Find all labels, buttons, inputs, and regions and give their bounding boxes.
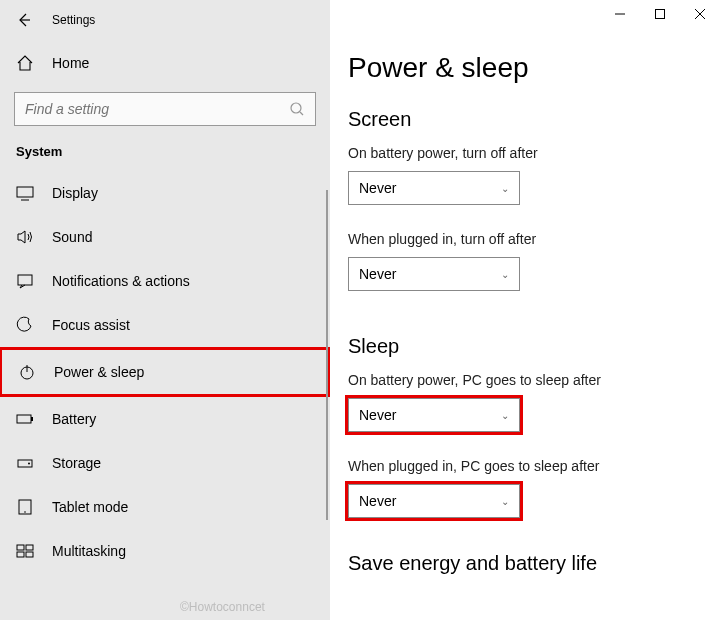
battery-icon xyxy=(16,410,34,428)
svg-line-2 xyxy=(300,112,303,115)
home-icon xyxy=(16,54,34,72)
sidebar-item-label: Notifications & actions xyxy=(52,273,190,289)
svg-point-11 xyxy=(28,463,30,465)
close-icon[interactable] xyxy=(694,8,708,20)
sleep-plugged-label: When plugged in, PC goes to sleep after xyxy=(348,458,696,474)
dropdown-value: Never xyxy=(359,266,396,282)
sidebar-item-notifications[interactable]: Notifications & actions xyxy=(0,259,330,303)
focus-assist-icon xyxy=(16,316,34,334)
svg-rect-5 xyxy=(18,275,32,285)
sidebar-item-label: Multitasking xyxy=(52,543,126,559)
sidebar-item-label: Focus assist xyxy=(52,317,130,333)
display-icon xyxy=(16,184,34,202)
screen-battery-dropdown[interactable]: Never ⌄ xyxy=(348,171,520,205)
storage-icon xyxy=(16,454,34,472)
sidebar-item-storage[interactable]: Storage xyxy=(0,441,330,485)
sidebar-item-label: Display xyxy=(52,185,98,201)
energy-heading: Save energy and battery life xyxy=(348,552,696,575)
search-box[interactable] xyxy=(14,92,316,126)
svg-rect-3 xyxy=(17,187,33,197)
sidebar-item-multitasking[interactable]: Multitasking xyxy=(0,529,330,573)
chevron-down-icon: ⌄ xyxy=(501,269,509,280)
screen-plugged-dropdown[interactable]: Never ⌄ xyxy=(348,257,520,291)
screen-battery-label: On battery power, turn off after xyxy=(348,145,696,161)
svg-rect-14 xyxy=(17,545,24,550)
power-icon xyxy=(18,363,36,381)
section-label: System xyxy=(0,144,330,171)
sidebar-item-focus-assist[interactable]: Focus assist xyxy=(0,303,330,347)
sleep-battery-label: On battery power, PC goes to sleep after xyxy=(348,372,696,388)
titlebar: Settings xyxy=(0,0,330,40)
sidebar-item-tablet-mode[interactable]: Tablet mode xyxy=(0,485,330,529)
sidebar-item-battery[interactable]: Battery xyxy=(0,397,330,441)
sleep-plugged-dropdown[interactable]: Never ⌄ xyxy=(348,484,520,518)
home-label: Home xyxy=(52,55,89,71)
home-nav[interactable]: Home xyxy=(0,40,330,86)
page-title: Power & sleep xyxy=(348,52,696,84)
watermark: ©Howtoconncet xyxy=(180,600,265,614)
minimize-icon[interactable] xyxy=(614,8,628,20)
multitasking-icon xyxy=(16,542,34,560)
app-title: Settings xyxy=(52,13,95,27)
svg-point-13 xyxy=(24,511,26,513)
dropdown-value: Never xyxy=(359,180,396,196)
screen-plugged-label: When plugged in, turn off after xyxy=(348,231,696,247)
window-controls xyxy=(614,8,708,20)
main-panel: Power & sleep Screen On battery power, t… xyxy=(330,0,714,620)
svg-rect-8 xyxy=(17,415,31,423)
tablet-icon xyxy=(16,498,34,516)
search-icon xyxy=(289,101,305,117)
svg-point-1 xyxy=(291,103,301,113)
sidebar-item-label: Power & sleep xyxy=(54,364,144,380)
svg-rect-19 xyxy=(656,10,665,19)
sidebar-item-power-sleep[interactable]: Power & sleep xyxy=(0,347,330,397)
maximize-icon[interactable] xyxy=(654,8,668,20)
svg-rect-15 xyxy=(26,545,33,550)
sound-icon xyxy=(16,228,34,246)
scroll-indicator xyxy=(326,190,328,520)
sidebar: Settings Home System Display Sound Notif… xyxy=(0,0,330,620)
sidebar-item-label: Battery xyxy=(52,411,96,427)
sleep-battery-dropdown[interactable]: Never ⌄ xyxy=(348,398,520,432)
notifications-icon xyxy=(16,272,34,290)
chevron-down-icon: ⌄ xyxy=(501,410,509,421)
back-arrow-icon[interactable] xyxy=(16,12,32,28)
sidebar-item-label: Sound xyxy=(52,229,92,245)
dropdown-value: Never xyxy=(359,407,396,423)
svg-rect-17 xyxy=(26,552,33,557)
search-input[interactable] xyxy=(25,101,289,117)
chevron-down-icon: ⌄ xyxy=(501,183,509,194)
dropdown-value: Never xyxy=(359,493,396,509)
screen-heading: Screen xyxy=(348,108,696,131)
sidebar-item-sound[interactable]: Sound xyxy=(0,215,330,259)
chevron-down-icon: ⌄ xyxy=(501,496,509,507)
sidebar-item-label: Tablet mode xyxy=(52,499,128,515)
sleep-heading: Sleep xyxy=(348,335,696,358)
svg-rect-16 xyxy=(17,552,24,557)
sidebar-item-label: Storage xyxy=(52,455,101,471)
svg-rect-9 xyxy=(31,417,33,421)
sidebar-item-display[interactable]: Display xyxy=(0,171,330,215)
